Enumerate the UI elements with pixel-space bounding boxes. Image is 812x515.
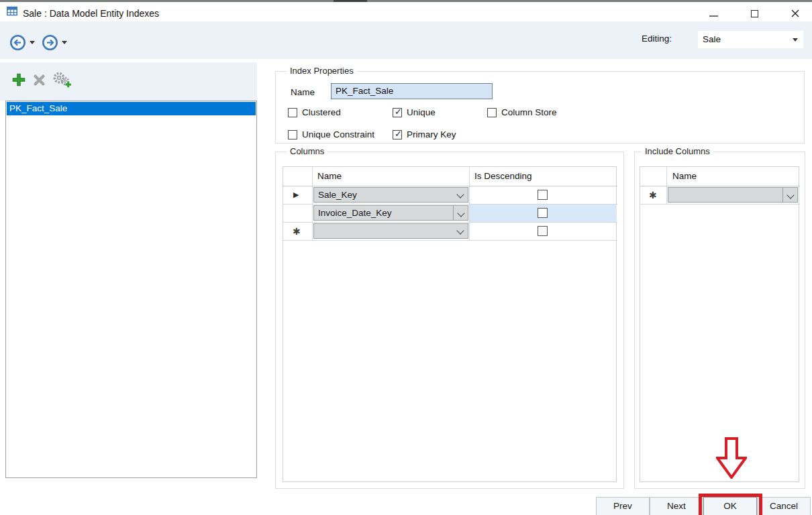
new-row-icon: ✱ — [293, 226, 301, 237]
include-columns-legend: Include Columns — [642, 146, 713, 156]
combo-chevron-icon — [456, 190, 464, 198]
checkbox-box: ✓ — [393, 130, 402, 139]
unique-label: Unique — [407, 107, 436, 117]
back-dropdown-caret-icon[interactable] — [30, 41, 35, 44]
columns-grid: Name Is Descending ▶ Sale_Key Invoice_Da… — [283, 166, 617, 482]
combo-chevron-icon — [456, 227, 464, 234]
editing-label: Editing: — [642, 34, 672, 44]
primary-key-label: Primary Key — [407, 129, 456, 139]
table-grid-icon — [7, 6, 17, 17]
back-button[interactable] — [9, 34, 26, 51]
close-icon — [791, 9, 800, 18]
current-row-icon: ▶ — [293, 190, 299, 199]
cancel-button[interactable]: Cancel — [757, 497, 811, 515]
delete-index-button[interactable] — [33, 74, 46, 87]
checkbox-box — [288, 108, 297, 117]
new-row-icon: ✱ — [649, 190, 657, 201]
include-columns-grid: Name ✱ — [640, 166, 799, 482]
red-down-arrow-annotation — [716, 437, 747, 479]
combo-chevron-button[interactable] — [782, 188, 797, 202]
column-store-label: Column Store — [501, 107, 557, 117]
index-properties-legend: Index Properties — [287, 66, 357, 76]
columns-legend: Columns — [287, 146, 327, 156]
grid-line — [283, 222, 617, 223]
is-descending-checkbox-row2[interactable] — [538, 208, 548, 218]
columns-group: Columns Name Is Descending ▶ Sale_Key — [275, 152, 624, 489]
column-name-combo-row1[interactable]: Sale_Key — [313, 187, 468, 203]
include-column-combo-newrow[interactable] — [668, 187, 798, 203]
red-rectangle-annotation — [699, 494, 762, 515]
grid-line — [640, 204, 800, 205]
clustered-label: Clustered — [302, 107, 341, 117]
editing-entity-value: Sale — [703, 34, 721, 44]
title-bar: Sale : Data Model Entity Indexes — [0, 2, 812, 21]
index-list-toolbar — [0, 62, 257, 101]
dialog-window: Sale : Data Model Entity Indexes Editing… — [0, 0, 812, 515]
generate-indexes-button[interactable] — [52, 70, 72, 89]
grid-line — [283, 240, 617, 241]
name-label: Name — [291, 87, 315, 97]
column-name-combo-row2[interactable]: Invoice_Date_Key — [313, 205, 468, 221]
column-header-is-descending[interactable]: Is Descending — [474, 171, 532, 181]
add-index-button[interactable] — [11, 72, 27, 88]
combo-chevron-icon — [457, 209, 464, 217]
checkbox-mark: ✓ — [395, 107, 402, 117]
maximize-button[interactable] — [745, 4, 765, 21]
editing-entity-combobox[interactable]: Sale — [698, 31, 803, 48]
minimize-icon — [709, 15, 718, 17]
is-descending-checkbox-row1[interactable] — [538, 190, 548, 200]
combo-value: Invoice_Date_Key — [318, 208, 392, 218]
next-button[interactable]: Next — [650, 497, 703, 515]
checkbox-mark: ✓ — [395, 129, 402, 139]
forward-button[interactable] — [42, 34, 58, 51]
index-name-input[interactable]: PK_Fact_Sale — [331, 83, 493, 99]
minimize-button[interactable] — [703, 4, 723, 21]
combo-chevron-icon — [786, 191, 794, 198]
prev-button[interactable]: Prev — [596, 497, 650, 515]
checkbox-box — [288, 130, 297, 139]
column-name-combo-newrow[interactable] — [313, 223, 468, 239]
checkbox-box: ✓ — [393, 108, 402, 117]
navigation-toolbar: Editing: Sale — [0, 21, 812, 59]
dropdown-caret-icon — [793, 38, 798, 42]
unique-constraint-label: Unique Constraint — [302, 129, 374, 139]
checkbox-box — [487, 108, 497, 117]
combo-chevron-button[interactable] — [453, 206, 468, 220]
column-header-name[interactable]: Name — [317, 171, 342, 181]
close-button[interactable] — [785, 4, 805, 21]
index-properties-group: Index Properties Name PK_Fact_Sale Clust… — [275, 71, 805, 144]
grid-line — [283, 186, 617, 186]
gear-add-plus-icon — [66, 82, 71, 87]
is-descending-checkbox-newrow[interactable] — [538, 226, 548, 236]
index-listbox[interactable]: PK_Fact_Sale — [5, 101, 257, 478]
list-item-selected[interactable]: PK_Fact_Sale — [7, 102, 256, 115]
grid-line — [640, 186, 800, 186]
combo-value: Sale_Key — [318, 190, 357, 200]
index-name-value: PK_Fact_Sale — [336, 86, 393, 96]
window-title: Sale : Data Model Entity Indexes — [23, 8, 159, 19]
include-header-name[interactable]: Name — [672, 171, 697, 181]
forward-dropdown-caret-icon[interactable] — [62, 41, 67, 44]
maximize-icon — [751, 10, 758, 17]
list-item-label: PK_Fact_Sale — [9, 103, 67, 113]
